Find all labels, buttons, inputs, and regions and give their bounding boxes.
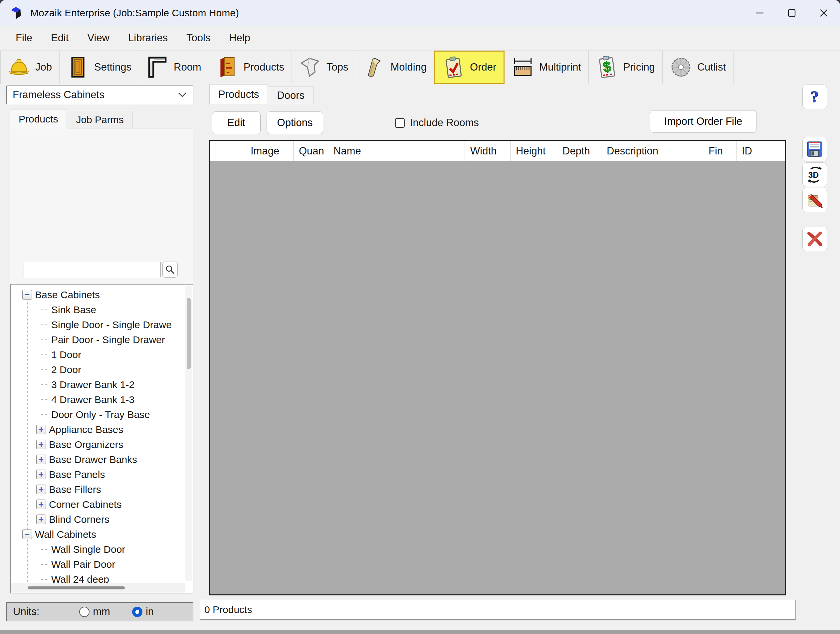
- toolbar-button-tops[interactable]: Tops: [292, 50, 356, 84]
- search-input[interactable]: [24, 262, 161, 277]
- checkbox-unchecked-icon[interactable]: [395, 118, 405, 128]
- radio-checked-icon[interactable]: [132, 607, 142, 617]
- menu-item[interactable]: View: [78, 27, 119, 49]
- minimize-button[interactable]: [744, 0, 776, 26]
- tree-item[interactable]: Door Only - Tray Base: [11, 407, 184, 422]
- table-column-header[interactable]: Width: [465, 141, 510, 161]
- toolbar-button-settings[interactable]: Settings: [60, 50, 139, 84]
- table-header-row: ImageQuanNameWidthHeightDepthDescription…: [210, 141, 785, 161]
- tree-horizontal-scrollbar[interactable]: [11, 583, 185, 593]
- table-column-header[interactable]: Fin: [703, 141, 736, 161]
- menu-item[interactable]: Help: [219, 27, 260, 49]
- table-column-header[interactable]: ID: [736, 141, 785, 161]
- tab-label: Job Parms: [76, 114, 123, 125]
- menu-item[interactable]: File: [6, 27, 42, 49]
- view-3d-button[interactable]: 3D: [802, 162, 827, 187]
- table-column-header[interactable]: Name: [328, 141, 465, 161]
- tree-item[interactable]: + Base Drawer Banks: [11, 452, 184, 467]
- tree-item[interactable]: + Base Fillers: [11, 482, 184, 497]
- tree-item-label: Blind Corners: [49, 514, 109, 525]
- tree-item-label: Door Only - Tray Base: [51, 409, 150, 420]
- toolbar-button-cutlist[interactable]: Cutlist: [663, 50, 734, 84]
- delete-button[interactable]: [802, 227, 827, 251]
- tree-expander-icon[interactable]: +: [36, 425, 46, 434]
- tab-label: Doors: [277, 90, 305, 101]
- tree-expander-icon[interactable]: −: [22, 290, 32, 300]
- options-button[interactable]: Options: [267, 112, 323, 134]
- toolbar-button-pricing[interactable]: $ Pricing: [589, 50, 663, 84]
- menu-item[interactable]: Libraries: [119, 27, 177, 49]
- search-button[interactable]: [163, 262, 178, 278]
- tree-expander-icon[interactable]: +: [36, 470, 46, 479]
- save-button[interactable]: [802, 137, 827, 161]
- tree-item[interactable]: + Appliance Bases: [11, 422, 184, 437]
- units-option-in[interactable]: in: [132, 606, 154, 618]
- toolbar-button-products[interactable]: Products: [209, 50, 292, 84]
- toolbar-button-job[interactable]: Job: [0, 50, 60, 84]
- tree-item[interactable]: Single Door - Single Drawe: [11, 317, 184, 332]
- toolbar-button-room[interactable]: Room: [139, 50, 209, 84]
- tree-item[interactable]: + Corner Cabinets: [11, 497, 184, 512]
- tree-item-label: Wall Cabinets: [35, 529, 96, 540]
- table-column-header[interactable]: Height: [510, 141, 557, 161]
- main-tab-products[interactable]: Products: [209, 84, 268, 104]
- edit-button[interactable]: Edit: [212, 112, 261, 134]
- tree-item[interactable]: 3 Drawer Bank 1-2: [11, 377, 184, 392]
- tree-item[interactable]: − Base Cabinets: [11, 287, 184, 302]
- tree-item[interactable]: 4 Drawer Bank 1-3: [11, 392, 184, 407]
- tree-expander-icon[interactable]: +: [36, 484, 46, 494]
- status-bar: 0 Products: [200, 600, 796, 620]
- tree-item[interactable]: 1 Door: [11, 347, 184, 362]
- toolbar-button-order[interactable]: Order: [434, 50, 505, 84]
- tree-item[interactable]: Pair Door - Single Drawer: [11, 332, 184, 347]
- menu-item[interactable]: Edit: [42, 27, 78, 49]
- tree-item[interactable]: + Base Panels: [11, 467, 184, 482]
- tree-item[interactable]: + Base Organizers: [11, 437, 184, 452]
- tree-expander-icon[interactable]: +: [36, 440, 46, 449]
- library-dropdown[interactable]: Frameless Cabinets: [6, 85, 193, 104]
- tree-list: − Base Cabinets Sink Base Single Door - …: [11, 287, 184, 587]
- tree-item[interactable]: + Blind Corners: [11, 512, 184, 527]
- tree-expander-icon[interactable]: +: [36, 514, 46, 524]
- table-column-header[interactable]: [210, 141, 245, 161]
- scrollbar-thumb[interactable]: [28, 587, 125, 590]
- tree-item-label: 2 Door: [51, 364, 81, 375]
- import-order-file-button[interactable]: Import Order File: [650, 110, 756, 133]
- sidebar-tab-job-parms[interactable]: Job Parms: [67, 111, 133, 128]
- tree-expander-icon[interactable]: −: [22, 530, 32, 539]
- scrollbar-thumb[interactable]: [187, 298, 191, 369]
- toolbar-button-molding[interactable]: Molding: [356, 50, 435, 84]
- countertop-icon: [299, 56, 321, 78]
- maximize-button[interactable]: [776, 0, 808, 26]
- menu-item[interactable]: Tools: [177, 27, 219, 49]
- ruler-icon: [512, 56, 534, 78]
- svg-text:?: ?: [811, 88, 819, 106]
- tree-item[interactable]: 2 Door: [11, 362, 184, 377]
- main-tab-doors[interactable]: Doors: [268, 87, 314, 104]
- table-column-header[interactable]: Quan: [294, 141, 328, 161]
- tree-vertical-scrollbar[interactable]: [185, 286, 192, 581]
- tree-expander-icon[interactable]: +: [36, 500, 46, 509]
- radio-unchecked-icon[interactable]: [79, 607, 90, 617]
- edit-drawing-button[interactable]: [802, 188, 827, 212]
- table-column-header[interactable]: Image: [245, 141, 294, 161]
- tree-item-label: Base Panels: [49, 469, 105, 480]
- radio-label: mm: [93, 606, 110, 618]
- table-column-header[interactable]: Description: [602, 141, 703, 161]
- door-frame-icon: [67, 56, 89, 78]
- close-button[interactable]: [808, 0, 840, 26]
- include-rooms-option[interactable]: Include Rooms: [395, 114, 479, 132]
- units-option-mm[interactable]: mm: [79, 606, 110, 618]
- toolbar-button-multiprint[interactable]: Multiprint: [505, 50, 589, 84]
- sidebar-tab-products[interactable]: Products: [9, 109, 67, 128]
- tree-item[interactable]: Wall Single Door: [11, 542, 184, 557]
- menu-bar: FileEditViewLibrariesToolsHelp: [0, 26, 840, 50]
- tree-item[interactable]: − Wall Cabinets: [11, 527, 184, 542]
- tree-item-label: Wall Pair Door: [51, 559, 115, 570]
- tree-item[interactable]: Sink Base: [11, 302, 184, 317]
- maximize-icon: [787, 8, 797, 18]
- table-column-header[interactable]: Depth: [557, 141, 602, 161]
- help-button[interactable]: ?: [802, 85, 827, 109]
- tree-expander-icon[interactable]: +: [36, 454, 46, 464]
- tree-item[interactable]: Wall Pair Door: [11, 557, 184, 572]
